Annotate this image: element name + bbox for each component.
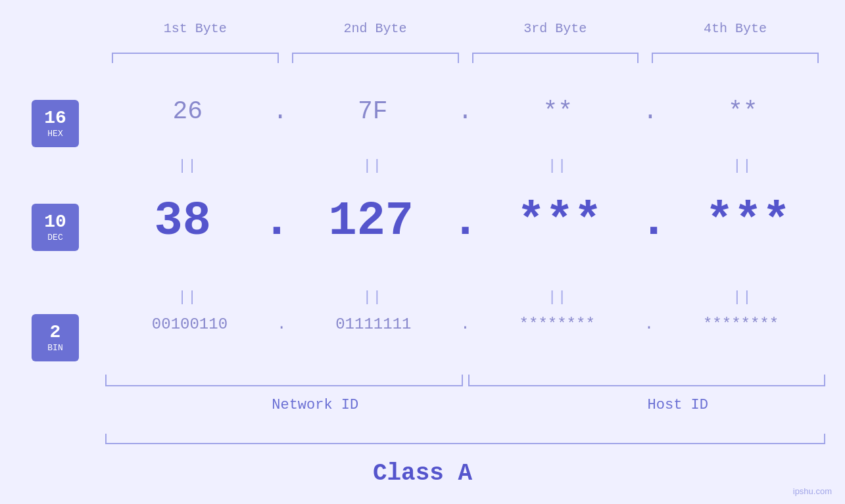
eq2-b4: || [660,289,825,306]
watermark: ipshu.com [793,486,832,496]
bin-b2: 01111111 [289,315,458,333]
badge-dec-label: DEC [47,233,62,242]
bin-dot-3: . [642,315,656,333]
hex-b3: ** [475,97,640,126]
column-headers: 1st Byte 2nd Byte 3rd Byte 4th Byte [105,21,825,36]
equals-row-1: || || || || [105,158,825,174]
badge-dec-num: 10 [44,213,66,231]
badge-hex-num: 16 [44,109,66,127]
eq2-b3: || [475,289,640,306]
badge-dec: 10 DEC [32,204,79,251]
bin-dot-1: . [274,315,289,333]
bracket-host [468,375,826,386]
bracket-full [105,434,825,444]
col-header-4: 4th Byte [645,21,825,36]
equals-row-2: || || || || [105,289,825,306]
col-header-1: 1st Byte [105,21,285,36]
eq-b3: || [475,158,640,174]
hex-dot-3: . [640,97,661,126]
col-header-3: 3rd Byte [466,21,646,36]
bin-row: 00100110 . 01111111 . ******** . *******… [105,315,825,333]
network-id-label: Network ID [105,397,525,413]
hex-row: 26 . 7F . ** . ** [105,97,825,126]
eq2-b2: || [290,289,455,306]
bin-b3: ******** [473,315,642,333]
dec-b2: 127 [294,195,448,248]
eq-b1: || [105,158,270,174]
badge-bin: 2 BIN [32,314,79,361]
bracket-top-4 [652,53,819,63]
dec-dot-3: . [637,195,670,248]
hex-b2: 7F [290,97,455,126]
bracket-top-1 [112,53,279,63]
hex-dot-1: . [270,97,291,126]
bin-b4: ******** [656,315,825,333]
bin-b1: 00100110 [105,315,274,333]
bin-dot-2: . [458,315,472,333]
bracket-network [105,375,463,386]
dec-dot-2: . [448,195,482,248]
host-id-label: Host ID [531,397,826,413]
badge-hex: 16 HEX [32,100,79,147]
badge-bin-num: 2 [50,323,61,342]
brackets-bottom-row [105,375,825,386]
badge-bin-label: BIN [47,343,62,353]
class-label: Class A [0,460,845,487]
hex-b1: 26 [105,97,270,126]
dec-row: 38 . 127 . *** . *** [105,195,825,248]
eq2-b1: || [105,289,270,306]
main-container: 1st Byte 2nd Byte 3rd Byte 4th Byte 16 H… [0,0,845,504]
dec-b1: 38 [105,195,260,248]
brackets-top [105,53,825,63]
badge-hex-label: HEX [47,129,62,139]
col-header-2: 2nd Byte [285,21,466,36]
hex-dot-2: . [455,97,475,126]
dec-b4: *** [671,195,825,248]
eq-b4: || [660,158,825,174]
bracket-top-3 [472,53,639,63]
hex-b4: ** [660,97,825,126]
dec-b3: *** [482,195,637,248]
bracket-top-2 [292,53,459,63]
eq-b2: || [290,158,455,174]
dec-dot-1: . [260,195,293,248]
